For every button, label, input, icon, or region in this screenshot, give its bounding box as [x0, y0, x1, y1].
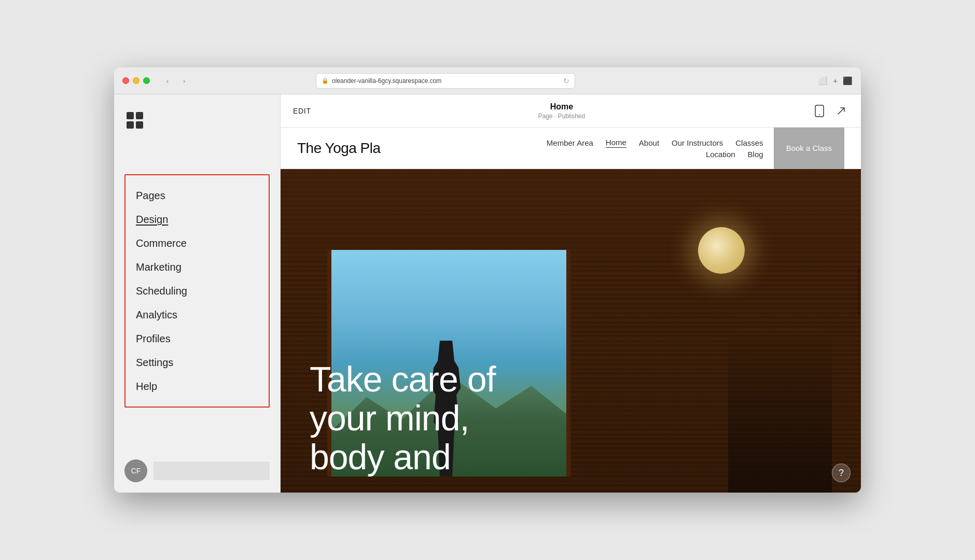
fullscreen-icon[interactable]: ⬛: [843, 76, 853, 86]
nav-link-blog[interactable]: Blog: [748, 150, 763, 159]
window-controls: ‹ ›: [160, 76, 191, 86]
nav-link-about[interactable]: About: [639, 138, 659, 147]
hero-text: Take care of your mind, body and: [310, 360, 495, 476]
sidebar-item-commerce[interactable]: Commerce: [136, 231, 258, 255]
hero-area: Take care of your mind, body and ?: [281, 169, 861, 493]
user-info-bar: [154, 461, 270, 480]
website-preview: EDIT Home Page · Published: [280, 94, 861, 493]
sidebar-item-scheduling[interactable]: Scheduling: [136, 279, 258, 303]
nav-link-member-area[interactable]: Member Area: [547, 138, 593, 147]
site-navbar: The Yoga Pla Member Area Home About Our …: [281, 128, 861, 169]
squarespace-logo[interactable]: [124, 110, 270, 133]
site-nav-rows: Member Area Home About Our Instructors C…: [547, 138, 763, 159]
edit-label[interactable]: EDIT: [293, 107, 311, 115]
nav-link-home[interactable]: Home: [606, 138, 626, 148]
edit-bar-right: [812, 104, 848, 118]
sidebar: Pages Design Commerce Marketing Scheduli…: [114, 94, 280, 493]
mobile-preview-icon[interactable]: [812, 104, 827, 118]
page-info: Home Page · Published: [311, 102, 812, 120]
maximize-button[interactable]: [143, 77, 150, 84]
close-button[interactable]: [122, 77, 129, 84]
edit-bar: EDIT Home Page · Published: [281, 94, 861, 128]
site-nav: Member Area Home About Our Instructors C…: [547, 138, 763, 159]
mac-window: ‹ › 🔒 oleander-vanilla-6gcy.squarespace.…: [114, 67, 861, 493]
svg-rect-2: [127, 121, 134, 129]
nav-row-1: Member Area Home About Our Instructors C…: [547, 138, 763, 148]
svg-rect-3: [136, 121, 143, 129]
hero-shadow-right: [728, 331, 832, 493]
hero-line-2: your mind,: [310, 398, 469, 438]
nav-link-location[interactable]: Location: [706, 150, 735, 159]
lock-icon: 🔒: [322, 77, 329, 84]
book-class-button[interactable]: Book a Class: [774, 128, 844, 169]
sidebar-item-design[interactable]: Design: [136, 207, 258, 231]
tab-controls: ⬜ + ⬛: [818, 76, 853, 86]
sidebar-item-help[interactable]: Help: [136, 374, 258, 398]
svg-rect-0: [127, 112, 134, 119]
nav-row-2: Location Blog: [706, 150, 763, 159]
hero-headline: Take care of your mind, body and: [310, 360, 495, 476]
page-status: Page · Published: [311, 113, 812, 120]
hero-line-1: Take care of: [310, 359, 495, 399]
main-area: Pages Design Commerce Marketing Scheduli…: [114, 94, 861, 493]
sidebar-footer: CF: [124, 449, 270, 482]
help-button[interactable]: ?: [832, 464, 851, 482]
svg-point-5: [819, 114, 820, 115]
user-avatar[interactable]: CF: [124, 459, 147, 482]
svg-rect-1: [136, 112, 143, 119]
new-tab-icon[interactable]: +: [833, 76, 838, 85]
address-bar[interactable]: 🔒 oleander-vanilla-6gcy.squarespace.com …: [316, 73, 575, 89]
scrollbar[interactable]: [858, 266, 860, 315]
sidebar-item-profiles[interactable]: Profiles: [136, 327, 258, 351]
external-link-icon[interactable]: [834, 104, 848, 118]
sidebar-item-pages[interactable]: Pages: [136, 184, 258, 207]
sidebar-item-analytics[interactable]: Analytics: [136, 303, 258, 327]
title-bar: ‹ › 🔒 oleander-vanilla-6gcy.squarespace.…: [114, 67, 861, 94]
forward-button[interactable]: ›: [177, 76, 191, 86]
hero-line-3: body and: [310, 437, 451, 477]
nav-menu: Pages Design Commerce Marketing Scheduli…: [124, 174, 270, 408]
minimize-button[interactable]: [133, 77, 140, 84]
site-logo: The Yoga Pla: [297, 140, 381, 157]
sidebar-item-settings[interactable]: Settings: [136, 351, 258, 374]
page-title: Home: [311, 102, 812, 111]
reload-icon[interactable]: ↻: [563, 77, 569, 85]
sidebar-item-marketing[interactable]: Marketing: [136, 255, 258, 279]
back-button[interactable]: ‹: [160, 76, 175, 86]
url-text: oleander-vanilla-6gcy.squarespace.com: [332, 77, 441, 85]
share-icon[interactable]: ⬜: [818, 76, 828, 86]
nav-link-classes[interactable]: Classes: [735, 138, 763, 147]
nav-link-instructors[interactable]: Our Instructors: [672, 138, 723, 147]
hero-lamp-orb: [698, 227, 745, 274]
traffic-lights: [122, 77, 150, 84]
